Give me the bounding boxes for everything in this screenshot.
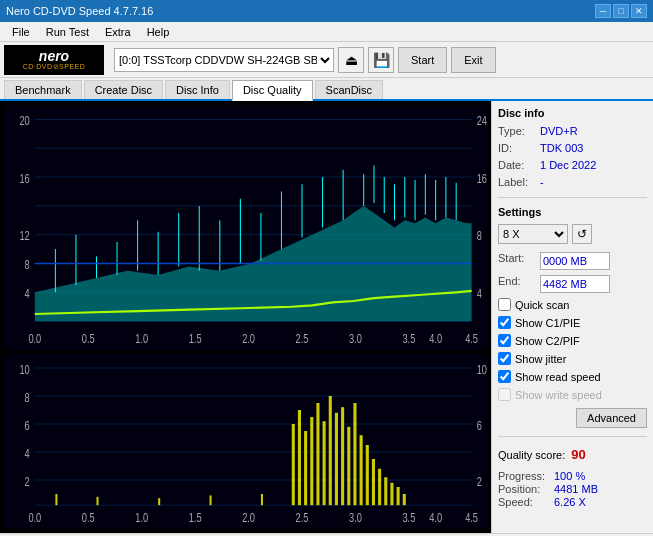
show-jitter-row: Show jitter (498, 352, 647, 365)
tab-create-disc[interactable]: Create Disc (84, 80, 163, 99)
svg-rect-71 (298, 410, 301, 505)
speed-settings-row: 8 X Max 4 X 16 X ↺ (498, 224, 647, 244)
show-read-label: Show read speed (515, 371, 601, 383)
quality-score-label: Quality score: (498, 449, 565, 461)
svg-text:4: 4 (25, 287, 30, 301)
quick-scan-label: Quick scan (515, 299, 569, 311)
close-button[interactable]: ✕ (631, 4, 647, 18)
top-chart: 20 16 12 8 4 24 16 8 4 (4, 105, 487, 350)
disc-date-label: Date: (498, 159, 536, 171)
svg-text:16: 16 (477, 171, 487, 185)
end-mb-row: End: (498, 275, 647, 293)
svg-text:3.0: 3.0 (349, 511, 362, 525)
svg-text:2: 2 (25, 474, 30, 488)
svg-text:2: 2 (477, 474, 482, 488)
disc-type-label: Type: (498, 125, 536, 137)
position-value: 4481 MB (554, 483, 598, 495)
settings-title: Settings (498, 206, 647, 218)
start-mb-row: Start: (498, 252, 647, 270)
svg-rect-81 (360, 435, 363, 505)
menu-file[interactable]: File (4, 24, 38, 40)
show-c2-checkbox[interactable] (498, 334, 511, 347)
save-button[interactable]: 💾 (368, 47, 394, 73)
nero-logo: nero CD·DVD⊘SPEED (4, 45, 104, 75)
show-read-checkbox[interactable] (498, 370, 511, 383)
svg-rect-76 (329, 396, 332, 505)
svg-rect-86 (390, 483, 393, 505)
svg-text:6: 6 (477, 418, 482, 432)
refresh-button[interactable]: ↺ (572, 224, 592, 244)
svg-text:24: 24 (477, 114, 487, 128)
tab-disc-info[interactable]: Disc Info (165, 80, 230, 99)
right-panel: Disc info Type: DVD+R ID: TDK 003 Date: … (491, 101, 653, 533)
show-read-row: Show read speed (498, 370, 647, 383)
top-chart-svg: 20 16 12 8 4 24 16 8 4 (4, 105, 487, 350)
svg-rect-84 (378, 469, 381, 505)
progress-section: Progress: 100 % Position: 4481 MB Speed:… (498, 470, 647, 509)
svg-text:3.5: 3.5 (402, 331, 415, 345)
quality-score-value: 90 (571, 447, 585, 462)
show-c1-checkbox[interactable] (498, 316, 511, 329)
menu-extra[interactable]: Extra (97, 24, 139, 40)
show-write-checkbox[interactable] (498, 388, 511, 401)
exit-button[interactable]: Exit (451, 47, 495, 73)
disc-info-title: Disc info (498, 107, 647, 119)
svg-rect-75 (323, 421, 326, 505)
svg-rect-88 (403, 494, 406, 505)
menubar: File Run Test Extra Help (0, 22, 653, 42)
svg-rect-87 (397, 487, 400, 505)
show-write-label: Show write speed (515, 389, 602, 401)
svg-rect-92 (210, 495, 212, 505)
show-c1-label: Show C1/PIE (515, 317, 580, 329)
show-c2-label: Show C2/PIF (515, 335, 580, 347)
quality-score-row: Quality score: 90 (498, 447, 647, 462)
svg-text:16: 16 (19, 171, 29, 185)
toolbar: nero CD·DVD⊘SPEED [0:0] TSSTcorp CDDVDW … (0, 42, 653, 78)
speed-select[interactable]: 8 X Max 4 X 16 X (498, 224, 568, 244)
svg-rect-85 (384, 477, 387, 505)
tab-scan-disc[interactable]: ScanDisc (315, 80, 383, 99)
eject-button[interactable]: ⏏ (338, 47, 364, 73)
disc-date-row: Date: 1 Dec 2022 (498, 159, 647, 171)
speed-value: 6.26 X (554, 496, 586, 508)
start-button[interactable]: Start (398, 47, 447, 73)
disc-label-value: - (540, 176, 544, 188)
svg-rect-93 (261, 494, 263, 505)
svg-text:2.5: 2.5 (296, 331, 309, 345)
svg-text:0.5: 0.5 (82, 511, 95, 525)
menu-help[interactable]: Help (139, 24, 178, 40)
svg-rect-79 (347, 427, 350, 505)
svg-text:8: 8 (25, 390, 30, 404)
maximize-button[interactable]: □ (613, 4, 629, 18)
tab-disc-quality[interactable]: Disc Quality (232, 80, 313, 101)
disc-id-label: ID: (498, 142, 536, 154)
svg-rect-90 (96, 497, 98, 505)
svg-rect-77 (335, 413, 338, 505)
svg-text:0.5: 0.5 (82, 331, 95, 345)
titlebar: Nero CD-DVD Speed 4.7.7.16 ─ □ ✕ (0, 0, 653, 22)
show-jitter-checkbox[interactable] (498, 352, 511, 365)
svg-text:1.5: 1.5 (189, 331, 202, 345)
window-controls: ─ □ ✕ (595, 4, 647, 18)
svg-text:0.0: 0.0 (28, 331, 41, 345)
svg-text:2.0: 2.0 (242, 331, 255, 345)
svg-text:8: 8 (477, 229, 482, 243)
svg-rect-82 (366, 445, 369, 505)
tab-benchmark[interactable]: Benchmark (4, 80, 82, 99)
quick-scan-checkbox[interactable] (498, 298, 511, 311)
end-label: End: (498, 275, 536, 293)
minimize-button[interactable]: ─ (595, 4, 611, 18)
svg-rect-78 (341, 407, 344, 505)
menu-run-test[interactable]: Run Test (38, 24, 97, 40)
advanced-button[interactable]: Advanced (576, 408, 647, 428)
svg-text:4.0: 4.0 (429, 511, 442, 525)
start-input[interactable] (540, 252, 610, 270)
show-c1-row: Show C1/PIE (498, 316, 647, 329)
drive-select[interactable]: [0:0] TSSTcorp CDDVDW SH-224GB SB00 (114, 48, 334, 72)
tab-bar: Benchmark Create Disc Disc Info Disc Qua… (0, 78, 653, 101)
svg-text:0.0: 0.0 (28, 511, 41, 525)
bottom-chart: 10 8 6 4 2 10 6 2 (4, 354, 487, 529)
quick-scan-row: Quick scan (498, 298, 647, 311)
disc-label-row: Label: - (498, 176, 647, 188)
end-input[interactable] (540, 275, 610, 293)
